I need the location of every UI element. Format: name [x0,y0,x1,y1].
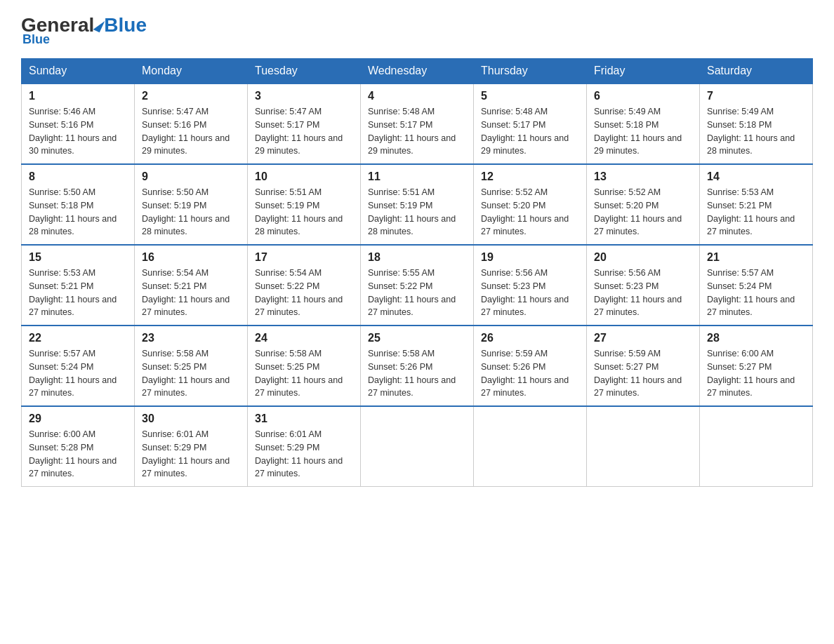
day-info: Sunrise: 5:49 AMSunset: 5:18 PMDaylight:… [594,105,692,158]
day-info: Sunrise: 5:59 AMSunset: 5:26 PMDaylight:… [481,347,579,400]
week-row-3: 15Sunrise: 5:53 AMSunset: 5:21 PMDayligh… [22,245,813,326]
day-number: 13 [594,170,692,183]
day-cell-1: 1Sunrise: 5:46 AMSunset: 5:16 PMDaylight… [22,83,135,164]
day-number: 4 [368,90,466,102]
day-number: 5 [481,90,579,102]
day-cell-29: 29Sunrise: 6:00 AMSunset: 5:28 PMDayligh… [22,406,135,487]
day-cell-22: 22Sunrise: 5:57 AMSunset: 5:24 PMDayligh… [22,326,135,406]
day-info: Sunrise: 5:56 AMSunset: 5:23 PMDaylight:… [481,267,579,319]
day-number: 7 [707,90,805,102]
day-number: 9 [142,170,240,183]
day-info: Sunrise: 6:01 AMSunset: 5:29 PMDaylight:… [255,428,353,481]
day-cell-5: 5Sunrise: 5:48 AMSunset: 5:17 PMDaylight… [474,83,587,164]
day-info: Sunrise: 5:47 AMSunset: 5:17 PMDaylight:… [255,105,353,158]
day-info: Sunrise: 5:51 AMSunset: 5:19 PMDaylight:… [255,186,353,239]
day-info: Sunrise: 5:48 AMSunset: 5:17 PMDaylight:… [368,105,466,158]
day-cell-11: 11Sunrise: 5:51 AMSunset: 5:19 PMDayligh… [361,164,474,245]
day-info: Sunrise: 5:52 AMSunset: 5:20 PMDaylight:… [481,186,579,239]
day-info: Sunrise: 5:52 AMSunset: 5:20 PMDaylight:… [594,186,692,239]
day-cell-31: 31Sunrise: 6:01 AMSunset: 5:29 PMDayligh… [248,406,361,487]
day-number: 19 [481,251,579,264]
day-info: Sunrise: 5:53 AMSunset: 5:21 PMDaylight:… [707,186,805,239]
weekday-header-sunday: Sunday [22,59,135,84]
day-cell-13: 13Sunrise: 5:52 AMSunset: 5:20 PMDayligh… [587,164,700,245]
day-cell-25: 25Sunrise: 5:58 AMSunset: 5:26 PMDayligh… [361,326,474,406]
day-info: Sunrise: 6:00 AMSunset: 5:28 PMDaylight:… [29,428,127,481]
day-cell-6: 6Sunrise: 5:49 AMSunset: 5:18 PMDaylight… [587,83,700,164]
day-cell-8: 8Sunrise: 5:50 AMSunset: 5:18 PMDaylight… [22,164,135,245]
day-number: 1 [29,90,127,102]
day-number: 2 [142,90,240,102]
empty-cell [700,406,813,487]
day-cell-30: 30Sunrise: 6:01 AMSunset: 5:29 PMDayligh… [135,406,248,487]
day-number: 15 [29,251,127,264]
day-number: 6 [594,90,692,102]
day-cell-16: 16Sunrise: 5:54 AMSunset: 5:21 PMDayligh… [135,245,248,326]
day-number: 25 [368,332,466,344]
day-info: Sunrise: 5:59 AMSunset: 5:27 PMDaylight:… [594,347,692,400]
day-info: Sunrise: 5:54 AMSunset: 5:22 PMDaylight:… [255,267,353,319]
week-row-4: 22Sunrise: 5:57 AMSunset: 5:24 PMDayligh… [22,326,813,406]
day-info: Sunrise: 5:55 AMSunset: 5:22 PMDaylight:… [368,267,466,319]
day-info: Sunrise: 5:50 AMSunset: 5:19 PMDaylight:… [142,186,240,239]
day-info: Sunrise: 5:58 AMSunset: 5:25 PMDaylight:… [142,347,240,400]
logo-triangle-icon [93,18,105,33]
day-info: Sunrise: 5:47 AMSunset: 5:16 PMDaylight:… [142,105,240,158]
day-cell-15: 15Sunrise: 5:53 AMSunset: 5:21 PMDayligh… [22,245,135,326]
day-info: Sunrise: 6:00 AMSunset: 5:27 PMDaylight:… [707,347,805,400]
day-info: Sunrise: 5:53 AMSunset: 5:21 PMDaylight:… [29,267,127,319]
day-info: Sunrise: 5:50 AMSunset: 5:18 PMDaylight:… [29,186,127,239]
day-number: 18 [368,251,466,264]
day-info: Sunrise: 5:58 AMSunset: 5:26 PMDaylight:… [368,347,466,400]
page-header: GeneralBlue Blue [21,14,813,47]
day-info: Sunrise: 5:58 AMSunset: 5:25 PMDaylight:… [255,347,353,400]
day-cell-7: 7Sunrise: 5:49 AMSunset: 5:18 PMDaylight… [700,83,813,164]
day-info: Sunrise: 5:51 AMSunset: 5:19 PMDaylight:… [368,186,466,239]
day-number: 27 [594,332,692,344]
day-number: 22 [29,332,127,344]
calendar-table: SundayMondayTuesdayWednesdayThursdayFrid… [21,58,813,487]
day-info: Sunrise: 5:46 AMSunset: 5:16 PMDaylight:… [29,105,127,158]
week-row-5: 29Sunrise: 6:00 AMSunset: 5:28 PMDayligh… [22,406,813,487]
week-row-2: 8Sunrise: 5:50 AMSunset: 5:18 PMDaylight… [22,164,813,245]
day-number: 30 [142,412,240,425]
day-info: Sunrise: 5:54 AMSunset: 5:21 PMDaylight:… [142,267,240,319]
weekday-header-friday: Friday [587,59,700,84]
empty-cell [587,406,700,487]
day-cell-3: 3Sunrise: 5:47 AMSunset: 5:17 PMDaylight… [248,83,361,164]
day-cell-18: 18Sunrise: 5:55 AMSunset: 5:22 PMDayligh… [361,245,474,326]
day-number: 16 [142,251,240,264]
day-info: Sunrise: 5:49 AMSunset: 5:18 PMDaylight:… [707,105,805,158]
day-number: 10 [255,170,353,183]
day-number: 3 [255,90,353,102]
day-number: 23 [142,332,240,344]
day-number: 20 [594,251,692,264]
weekday-header-wednesday: Wednesday [361,59,474,84]
day-cell-4: 4Sunrise: 5:48 AMSunset: 5:17 PMDaylight… [361,83,474,164]
weekday-header-thursday: Thursday [474,59,587,84]
day-cell-19: 19Sunrise: 5:56 AMSunset: 5:23 PMDayligh… [474,245,587,326]
day-cell-17: 17Sunrise: 5:54 AMSunset: 5:22 PMDayligh… [248,245,361,326]
logo-underline: Blue [22,32,50,47]
day-number: 29 [29,412,127,425]
day-number: 11 [368,170,466,183]
logo-blue-text: Blue [104,14,147,36]
day-cell-28: 28Sunrise: 6:00 AMSunset: 5:27 PMDayligh… [700,326,813,406]
day-cell-12: 12Sunrise: 5:52 AMSunset: 5:20 PMDayligh… [474,164,587,245]
day-number: 17 [255,251,353,264]
day-info: Sunrise: 5:57 AMSunset: 5:24 PMDaylight:… [29,347,127,400]
day-number: 24 [255,332,353,344]
day-cell-24: 24Sunrise: 5:58 AMSunset: 5:25 PMDayligh… [248,326,361,406]
weekday-header-row: SundayMondayTuesdayWednesdayThursdayFrid… [22,59,813,84]
week-row-1: 1Sunrise: 5:46 AMSunset: 5:16 PMDaylight… [22,83,813,164]
day-number: 26 [481,332,579,344]
day-cell-27: 27Sunrise: 5:59 AMSunset: 5:27 PMDayligh… [587,326,700,406]
weekday-header-saturday: Saturday [700,59,813,84]
empty-cell [474,406,587,487]
empty-cell [361,406,474,487]
day-cell-20: 20Sunrise: 5:56 AMSunset: 5:23 PMDayligh… [587,245,700,326]
day-info: Sunrise: 5:56 AMSunset: 5:23 PMDaylight:… [594,267,692,319]
day-number: 14 [707,170,805,183]
day-cell-26: 26Sunrise: 5:59 AMSunset: 5:26 PMDayligh… [474,326,587,406]
day-cell-2: 2Sunrise: 5:47 AMSunset: 5:16 PMDaylight… [135,83,248,164]
